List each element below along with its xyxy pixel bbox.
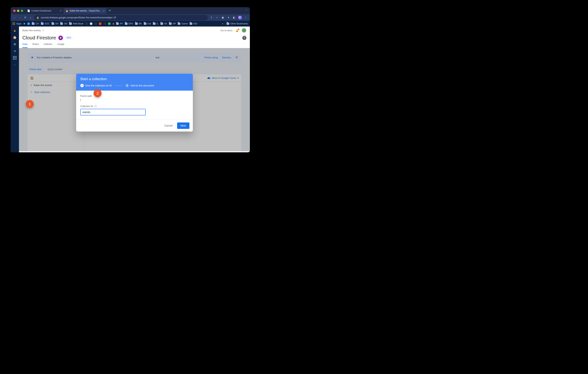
step-1: 1 Give the collection an ID <box>80 84 112 87</box>
extension-icon[interactable]: ▣ <box>221 16 224 19</box>
dialog-title: Start a collection <box>80 77 189 81</box>
annotation-callout-1: 1 <box>26 100 34 108</box>
bookmark-folder[interactable]: SH <box>52 22 59 25</box>
bookmark-folder[interactable]: IL <box>153 22 158 25</box>
bookmark-chip-icon[interactable] <box>90 22 93 25</box>
dialog-footer: Cancel Next <box>76 119 193 131</box>
window-controls <box>13 10 23 12</box>
new-badge: NEW <box>65 36 73 39</box>
help-circle-icon[interactable]: ? <box>94 105 97 108</box>
bookmarks-bar: Apps ★ CH SOC SH SN Web Book ◆ PF EPS BK… <box>10 21 250 27</box>
step-1-label: Give the collection an ID <box>85 84 112 87</box>
divider <box>225 22 225 25</box>
help-icon[interactable]: ? <box>242 36 246 40</box>
bookmark-folder[interactable]: KID <box>190 22 197 25</box>
bookmark-folder[interactable]: BK <box>135 22 142 25</box>
notifications-bell-icon[interactable]: 🔔 <box>235 29 239 32</box>
url-text: console.firebase.google.com/project/flut… <box>41 16 116 19</box>
step-number: 1 <box>80 84 84 87</box>
back-button[interactable]: ← <box>13 16 16 19</box>
kebab-menu-icon[interactable]: ⋮ <box>244 16 248 19</box>
browser-window: 📄 Content Dashboard × 🔥 flutter-fire-eve… <box>10 7 250 152</box>
step-connector <box>115 85 123 86</box>
new-tab-button[interactable]: + <box>107 9 113 13</box>
browser-tab-inactive[interactable]: 📄 Content Dashboard × <box>25 8 63 14</box>
page-content: ▲ 🏠 ⚙ ≋ › flutter-fire-events ▾ Go to do… <box>10 27 250 152</box>
bookmark-chip-icon[interactable] <box>85 22 88 25</box>
cancel-button[interactable]: Cancel <box>162 123 175 129</box>
bookmark-folder[interactable]: VA <box>160 22 167 25</box>
step-2: 2 Add its first document <box>126 84 154 87</box>
home-icon[interactable]: 🏠 <box>13 35 17 39</box>
annotation-callout-2: 2 <box>94 89 102 97</box>
extensions-puzzle-icon[interactable]: ✦ <box>227 16 230 19</box>
apps-label: Apps <box>16 22 21 25</box>
tab-title: flutter-fire-events - Cloud Fire… <box>70 10 102 12</box>
extension-round-button[interactable] <box>58 36 63 40</box>
apps-grid-icon[interactable] <box>13 56 17 60</box>
bookmark-folder[interactable]: Web Book <box>69 22 83 25</box>
home-button[interactable]: ⌂ <box>29 16 32 19</box>
tab-indexes[interactable]: Indexes <box>44 43 52 48</box>
bookmark-qt-icon[interactable] <box>108 22 111 25</box>
gear-icon[interactable]: ⚙ <box>13 42 17 46</box>
bookmark-folder[interactable]: SN <box>60 22 67 25</box>
tabs-overflow-button[interactable]: ˅ <box>246 9 247 12</box>
project-selector[interactable]: flutter-fire-events ▾ <box>22 29 43 32</box>
maximize-window-button[interactable] <box>21 10 23 12</box>
firestore-tabs: Data Rules Indexes Usage <box>19 41 250 48</box>
bookmark-star-icon[interactable]: ☆ <box>215 16 219 19</box>
address-bar[interactable]: 🔒 console.firebase.google.com/project/fl… <box>34 15 208 20</box>
bookmark-gitlab-icon[interactable]: ◆ <box>113 22 114 25</box>
bookmark-folder[interactable]: PF <box>116 22 123 25</box>
chevron-right-icon[interactable]: › <box>13 63 17 67</box>
page-title-row: Cloud Firestore NEW ? <box>19 34 250 41</box>
bookmark-star-filled-icon[interactable]: ★ <box>23 22 25 25</box>
minimize-window-button[interactable] <box>17 10 19 12</box>
account-avatar-icon[interactable] <box>242 28 246 33</box>
next-button[interactable]: Next <box>177 122 189 129</box>
dialog-body: Parent path / Collection ID ? <box>76 91 193 119</box>
bookmark-folder[interactable]: NP <box>169 22 176 25</box>
bookmark-chip-icon[interactable] <box>104 22 106 25</box>
step-2-label: Add its first document <box>130 84 154 87</box>
go-to-docs-link[interactable]: Go to docs <box>220 29 232 32</box>
bookmark-chip-icon[interactable] <box>94 22 97 25</box>
firebase-page: flutter-fire-events ▾ Go to docs 🔔 Cloud… <box>19 27 250 152</box>
browser-tab-active[interactable]: 🔥 flutter-fire-events - Cloud Fire… × <box>64 8 106 14</box>
bookmark-reddit-icon[interactable] <box>99 22 102 25</box>
close-window-button[interactable] <box>13 10 16 12</box>
bookmark-folder[interactable]: Uld <box>144 22 151 25</box>
tab-data[interactable]: Data <box>22 43 27 48</box>
favicon-flame-icon: 🔥 <box>65 10 68 12</box>
tab-close-icon[interactable]: × <box>103 9 105 12</box>
dialog-stepper: 1 Give the collection an ID 2 Add its fi… <box>80 84 189 87</box>
sidebar-rail: ▲ 🏠 ⚙ ≋ › <box>10 27 19 152</box>
dialog-header: Start a collection 1 Give the collection… <box>76 74 193 91</box>
collection-id-label: Collection ID ? <box>80 105 189 108</box>
tab-close-icon[interactable]: × <box>60 9 61 12</box>
toolbar: ← → ⟳ ⌂ 🔒 console.firebase.google.com/pr… <box>10 14 250 21</box>
bookmark-folder[interactable]: EPS <box>125 22 133 25</box>
start-collection-dialog: Start a collection 1 Give the collection… <box>76 74 193 131</box>
body: ★ You created a Firestore databa eck Fin… <box>19 48 250 151</box>
reload-button[interactable]: ⟳ <box>23 16 27 19</box>
project-header: flutter-fire-events ▾ Go to docs 🔔 <box>19 27 250 34</box>
bookmark-folder[interactable]: SOC <box>41 22 50 25</box>
side-panel-icon[interactable]: ◧ <box>232 16 236 19</box>
bookmark-folder[interactable]: CH <box>32 22 39 25</box>
tab-rules[interactable]: Rules <box>32 43 39 48</box>
bookmarks-overflow-button[interactable]: » <box>222 22 223 25</box>
layers-icon[interactable]: ≋ <box>13 49 17 53</box>
forward-button[interactable]: → <box>18 16 21 19</box>
apps-button[interactable]: Apps <box>12 22 21 25</box>
profile-avatar-icon[interactable] <box>238 16 242 20</box>
other-bookmarks-folder[interactable]: Other Bookmarks <box>227 22 248 25</box>
share-icon[interactable]: ⇪ <box>210 16 213 19</box>
firebase-logo-icon[interactable]: ▲ <box>13 28 17 32</box>
chevron-down-icon: ▾ <box>42 29 43 32</box>
bookmark-folder[interactable]: Game <box>178 22 188 25</box>
bookmark-chip-icon[interactable] <box>27 22 30 25</box>
collection-id-input[interactable] <box>80 109 146 115</box>
tab-usage[interactable]: Usage <box>57 43 64 48</box>
